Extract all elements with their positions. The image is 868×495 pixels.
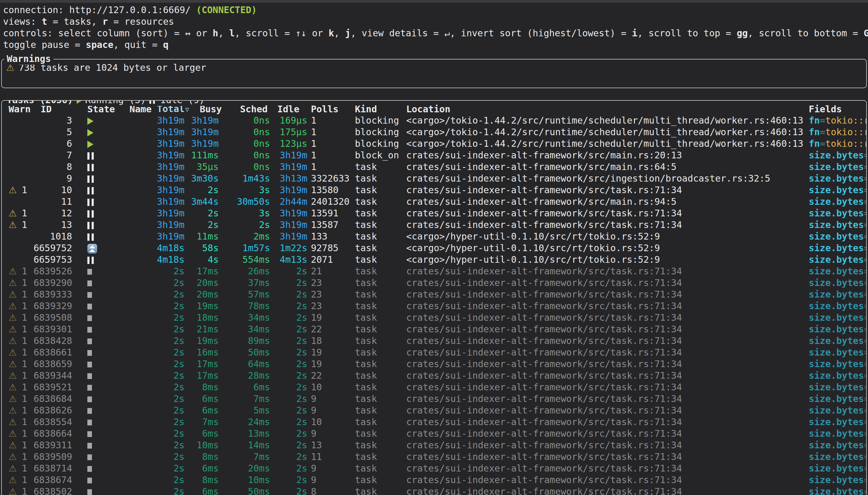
warn-count: 1 bbox=[22, 347, 27, 358]
task-location: <cargo>/tokio-1.44.2/src/runtime/schedul… bbox=[403, 126, 805, 138]
idle-duration: 2s bbox=[271, 289, 308, 300]
task-row[interactable]: 33h19m3h19m0ns169µs1blocking<cargo>/toki… bbox=[2, 115, 866, 126]
task-row[interactable]: ⚠168393012s21ms34ms2s22taskcrates/sui-in… bbox=[2, 324, 866, 335]
task-location: <cargo>/tokio-1.44.2/src/runtime/schedul… bbox=[403, 115, 805, 126]
task-row[interactable]: 73h19m111ms0ns3h19m1block_oncrates/sui-i… bbox=[2, 150, 866, 161]
field-separator: = bbox=[864, 161, 866, 172]
state-completed-icon bbox=[72, 370, 115, 381]
task-row[interactable]: ⚠168386262s6ms5ms2s9taskcrates/sui-index… bbox=[2, 405, 866, 416]
task-kind: task bbox=[352, 393, 403, 405]
task-row[interactable]: ⚠168395262s17ms26ms2s21taskcrates/sui-in… bbox=[2, 266, 866, 277]
column-header-polls[interactable]: Polls bbox=[308, 103, 352, 115]
sched-duration: 3s bbox=[219, 207, 271, 219]
field-value: tokio::r bbox=[825, 127, 866, 137]
sched-duration: 13ms bbox=[219, 428, 271, 440]
task-row[interactable]: ⚠168386742s8ms10ms2s9taskcrates/sui-inde… bbox=[2, 474, 866, 486]
state-completed-icon bbox=[72, 324, 115, 335]
task-row[interactable]: ⚠168395082s18ms34ms2s19taskcrates/sui-in… bbox=[2, 312, 866, 324]
tasks-panel-title: Tasks (2056) Running (3) Idle (9) bbox=[4, 100, 207, 106]
task-row[interactable]: ⚠1133h19m2s2s3h19m13587taskcrates/sui-in… bbox=[2, 219, 866, 231]
idle-duration: 3h19m bbox=[271, 161, 308, 173]
field-key: fn bbox=[809, 127, 820, 137]
task-location: <cargo>/hyper-util-0.1.10/src/rt/tokio.r… bbox=[403, 242, 805, 254]
column-header-sched[interactable]: Sched bbox=[219, 103, 271, 115]
sched-duration: 0ns bbox=[219, 138, 271, 150]
busy-duration: 8ms bbox=[185, 381, 219, 393]
task-row[interactable]: 93h19m3m30s1m43s3h13m3322633taskcrates/s… bbox=[2, 173, 866, 184]
field-key: size.bytes bbox=[809, 486, 864, 495]
task-row[interactable]: ⚠168387142s6ms20ms2s9taskcrates/sui-inde… bbox=[2, 463, 866, 474]
warning-icon: ⚠ bbox=[9, 289, 17, 300]
state-completed-icon bbox=[72, 300, 115, 312]
polls-count: 21 bbox=[308, 266, 352, 277]
task-row[interactable]: ⚠168386842s6ms7ms2s9taskcrates/sui-index… bbox=[2, 393, 866, 405]
task-row[interactable]: ⚠168385022s6ms50ms2s8taskcrates/sui-inde… bbox=[2, 486, 866, 495]
task-row[interactable]: ⚠1103h19m2s3s3h19m13580taskcrates/sui-in… bbox=[2, 184, 866, 196]
idle-duration: 2s bbox=[271, 416, 308, 428]
task-row[interactable]: ⚠168392902s20ms37ms2s23taskcrates/sui-in… bbox=[2, 277, 866, 289]
task-row[interactable]: 10183h19m11ms2ms3h19m133task<cargo>/hype… bbox=[2, 231, 866, 242]
total-duration: 2s bbox=[143, 266, 185, 277]
task-row[interactable]: 66597534m18s4s554ms4m13s2071task<cargo>/… bbox=[2, 254, 866, 266]
task-row[interactable]: 63h19m3h19m0ns123µs1blocking<cargo>/toki… bbox=[2, 138, 866, 150]
column-header-fields[interactable]: Fields bbox=[805, 103, 866, 115]
task-id: 6838661 bbox=[34, 347, 72, 358]
busy-duration: 6ms bbox=[185, 393, 219, 405]
column-header-location[interactable]: Location bbox=[403, 103, 805, 115]
sched-duration: 37ms bbox=[219, 277, 271, 289]
task-row[interactable]: ⚠168393442s17ms28ms2s22taskcrates/sui-in… bbox=[2, 370, 866, 381]
task-row[interactable]: ⚠168393292s19ms78ms2s23taskcrates/sui-in… bbox=[2, 300, 866, 312]
toggle-line: toggle pause = space, quit = q bbox=[3, 39, 868, 51]
state-completed-icon bbox=[72, 358, 115, 370]
tasks-count-label: Tasks (2056) bbox=[7, 100, 73, 106]
task-fields: size.bytes= bbox=[805, 254, 866, 266]
sched-duration: 2ms bbox=[219, 231, 271, 242]
idle-duration: 2s bbox=[271, 393, 308, 405]
warning-icon: ⚠ bbox=[9, 207, 17, 219]
task-row[interactable]: ⚠168385542s7ms24ms2s10taskcrates/sui-ind… bbox=[2, 416, 866, 428]
task-row[interactable]: ⚠168386612s16ms50ms2s19taskcrates/sui-in… bbox=[2, 347, 866, 358]
task-row[interactable]: 66597524m18s58s1m57s1m22s92785task<cargo… bbox=[2, 242, 866, 254]
task-row[interactable]: ⚠168386592s17ms64ms2s19taskcrates/sui-in… bbox=[2, 358, 866, 370]
field-separator: = bbox=[864, 277, 866, 288]
task-kind: blocking bbox=[352, 126, 403, 138]
task-fields: size.bytes= bbox=[805, 486, 866, 495]
warn-cell: ⚠1 bbox=[2, 312, 34, 324]
field-separator: = bbox=[864, 312, 866, 323]
sched-duration: 10ms bbox=[219, 474, 271, 486]
task-location: crates/sui-indexer-alt-framework/src/ing… bbox=[403, 173, 805, 184]
column-header-kind[interactable]: Kind bbox=[352, 103, 403, 115]
field-separator: = bbox=[820, 138, 825, 149]
task-fields: size.bytes= bbox=[805, 416, 866, 428]
task-location: crates/sui-indexer-alt-framework/src/tas… bbox=[403, 405, 805, 416]
idle-duration: 1m22s bbox=[271, 242, 308, 254]
task-row[interactable]: 53h19m3h19m0ns175µs1blocking<cargo>/toki… bbox=[2, 126, 866, 138]
column-header-idle[interactable]: Idle bbox=[271, 103, 308, 115]
field-separator: = bbox=[864, 173, 866, 184]
task-location: crates/sui-indexer-alt-framework/src/tas… bbox=[403, 451, 805, 463]
task-row[interactable]: ⚠168393112s10ms14ms2s13taskcrates/sui-in… bbox=[2, 440, 866, 451]
task-row[interactable]: 113h19m3m44s30m50s2h44m2401320taskcrates… bbox=[2, 196, 866, 207]
task-kind: task bbox=[352, 242, 403, 254]
warn-count: 1 bbox=[22, 335, 27, 347]
busy-duration: 2s bbox=[185, 219, 219, 231]
busy-duration: 3m30s bbox=[185, 173, 219, 184]
task-fields: size.bytes= bbox=[805, 242, 866, 254]
sched-duration: 34ms bbox=[219, 324, 271, 335]
warning-icon: ⚠ bbox=[9, 219, 17, 231]
task-row[interactable]: ⚠168395212s8ms6ms2s10taskcrates/sui-inde… bbox=[2, 381, 866, 393]
warn-count: 1 bbox=[22, 393, 27, 405]
task-fields: size.bytes= bbox=[805, 196, 866, 207]
task-row[interactable]: ⚠168386642s6ms13ms2s9taskcrates/sui-inde… bbox=[2, 428, 866, 440]
state-completed-icon bbox=[72, 463, 115, 474]
idle-duration: 2s bbox=[271, 324, 308, 335]
task-row[interactable]: ⚠168395092s8ms7ms2s11taskcrates/sui-inde… bbox=[2, 451, 866, 463]
idle-duration: 2s bbox=[271, 347, 308, 358]
task-row[interactable]: ⚠1123h19m2s3s3h19m13591taskcrates/sui-in… bbox=[2, 207, 866, 219]
task-row[interactable]: ⚠168393332s20ms57ms2s23taskcrates/sui-in… bbox=[2, 289, 866, 300]
task-row[interactable]: ⚠168384282s19ms89ms2s18taskcrates/sui-in… bbox=[2, 335, 866, 347]
polls-count: 9 bbox=[308, 474, 352, 486]
task-fields: size.bytes= bbox=[805, 440, 866, 451]
task-row[interactable]: 83h19m35µs0ns3h19m1taskcrates/sui-indexe… bbox=[2, 161, 866, 173]
busy-duration: 3m44s bbox=[185, 196, 219, 207]
